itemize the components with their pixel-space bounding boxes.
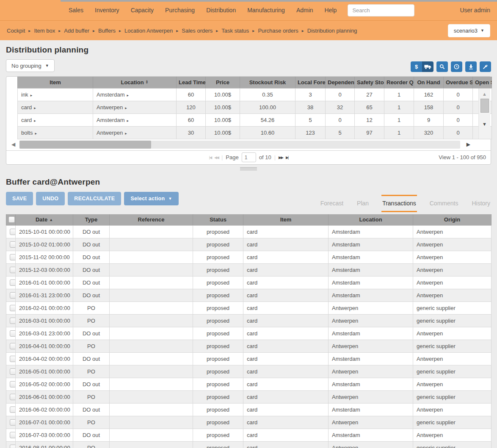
row-checkbox[interactable] [10,445,16,448]
breadcrumb-item[interactable]: Location Antwerpen [124,28,173,34]
row-checkbox[interactable] [10,394,16,400]
currency-toggle-button[interactable]: $ [411,61,422,72]
table-row[interactable]: 2016-05-01 00:00:00POproposedcardAntwerp… [6,365,491,378]
next-page-button[interactable]: ▶▶ [279,155,283,160]
row-checkbox[interactable] [10,432,16,438]
cell-item[interactable]: bolts▸ [18,126,93,139]
units-toggle-button[interactable] [422,61,433,72]
horizontal-scroll-track[interactable] [19,141,460,149]
column-header-origin[interactable]: Origin [413,214,491,226]
drilldown-icon[interactable]: ▸ [34,106,36,110]
tab-forecast[interactable]: Forecast [320,195,344,212]
table-row[interactable]: 2016-04-02 00:00:00DO outproposedcardAms… [6,353,491,365]
column-header-stockout-risk[interactable]: Stockout Risk [240,77,295,88]
column-header-type[interactable]: Type [73,214,110,226]
last-page-button[interactable]: ▶| [286,155,288,160]
table-row[interactable]: 2016-07-01 00:00:00POproposedcardAntwerp… [6,416,491,429]
column-header-date[interactable]: Date▲ [16,214,73,226]
column-header-status[interactable]: Status [193,214,243,226]
drilldown-icon[interactable]: ▸ [35,131,37,136]
nav-item-capacity[interactable]: Capacity [131,7,154,14]
column-header-location[interactable]: Location▲▼ [93,77,177,88]
table-row[interactable]: 2016-07-03 00:00:00DO outproposedcardAms… [6,429,491,442]
column-header-lead-time[interactable]: Lead Time [177,77,206,88]
row-checkbox[interactable] [10,254,16,260]
breadcrumb-item[interactable]: Sales orders [182,28,213,34]
vertical-scroll-thumb[interactable] [480,99,489,113]
grouping-dropdown[interactable]: No grouping ▼ [6,59,55,72]
table-row[interactable]: 2016-01-31 23:00:00DO outproposedcardAms… [6,289,491,302]
column-header-price[interactable]: Price [206,77,240,88]
column-header-local-forecast[interactable]: Local Forecast [295,77,326,88]
row-checkbox[interactable] [10,356,16,362]
undo-button[interactable]: UNDO [36,192,65,205]
breadcrumb-item[interactable]: Cockpit [7,28,25,34]
recalculate-button[interactable]: RECALCULATE [68,192,121,205]
breadcrumb-item[interactable]: Buffers [98,28,116,34]
table-row[interactable]: 2016-04-01 00:00:00POproposedcardAntwerp… [6,340,491,353]
customize-button[interactable] [480,61,491,72]
download-button[interactable] [465,61,477,72]
row-checkbox[interactable] [10,407,16,413]
select-all-checkbox[interactable] [8,216,15,223]
cell-item[interactable]: card▸ [18,101,93,113]
prev-page-button[interactable]: ◀◀ [214,155,218,160]
column-header-reorder-quantity[interactable]: Reorder Quantity [384,77,414,88]
cell-item[interactable]: ink▸ [18,88,93,101]
page-number-input[interactable] [242,152,256,162]
resize-grip[interactable] [240,167,257,170]
table-row[interactable]: 2016-06-01 00:00:00POproposedcardAntwerp… [6,391,491,404]
row-checkbox[interactable] [10,279,16,286]
breadcrumb-item[interactable]: Purchase orders [258,28,298,34]
table-row[interactable]: 2016-08-01 00:00:00POproposedcardAntwerp… [6,442,491,448]
table-row[interactable]: 2016-06-02 00:00:00DO outproposedcardAms… [6,404,491,416]
table-row[interactable]: 2016-03-01 00:00:00POproposedcardAntwerp… [6,315,491,327]
search-input[interactable] [348,4,414,17]
tab-comments[interactable]: Comments [429,195,459,212]
scroll-left-icon[interactable]: ◀ [11,141,15,147]
scroll-right-icon[interactable]: ▶ [467,141,470,147]
column-header-overdue-sales[interactable]: Overdue Sales [444,77,473,88]
cell-location[interactable]: Antwerpen▸ [93,126,177,139]
save-button[interactable]: SAVE [6,192,33,205]
nav-item-help[interactable]: Help [325,7,337,14]
table-row[interactable]: 2016-03-01 23:00:00DO outproposedcardAms… [6,327,491,340]
column-header-safety-stock[interactable]: Safety Stock [355,77,384,88]
table-row[interactable]: 2015-10-02 01:00:00DO outproposedcardAms… [6,238,491,251]
row-checkbox[interactable] [10,267,16,273]
drilldown-icon[interactable]: ▸ [125,131,127,136]
scroll-up-icon[interactable]: ▲ [482,91,487,97]
drilldown-icon[interactable]: ▸ [127,93,129,97]
nav-item-inventory[interactable]: Inventory [95,7,119,14]
column-header-item[interactable]: Item [243,214,329,226]
table-row[interactable]: 2015-12-03 00:00:00DO outproposedcardAms… [6,264,491,277]
vertical-scrollbar[interactable]: ▲ ▼ [478,88,490,139]
row-checkbox[interactable] [10,292,16,299]
drilldown-icon[interactable]: ▸ [125,106,127,110]
column-header-reference[interactable]: Reference [110,214,193,226]
tab-transactions[interactable]: Transactions [381,195,417,212]
nav-item-purchasing[interactable]: Purchasing [165,7,195,14]
horizontal-scroll-thumb[interactable] [19,141,151,149]
table-row[interactable]: 2015-10-01 00:00:00DO outproposedcardAms… [6,226,491,238]
nav-item-sales[interactable]: Sales [69,7,83,14]
breadcrumb-item[interactable]: Task status [221,28,249,34]
breadcrumb-item[interactable]: Add buffer [64,28,89,34]
row-checkbox[interactable] [10,381,16,387]
table-row[interactable]: 2015-11-02 00:00:00DO outproposedcardAms… [6,251,491,264]
table-row[interactable]: 2016-01-01 00:00:00DO outproposedcardAms… [6,277,491,289]
nav-item-admin[interactable]: Admin [296,7,313,14]
breadcrumb-item[interactable]: Item box [34,28,55,34]
nav-item-distribution[interactable]: Distribution [206,7,236,14]
first-page-button[interactable]: |◀ [209,155,211,160]
nav-item-manufacturing[interactable]: Manufacturing [247,7,285,14]
drilldown-icon[interactable]: ▸ [30,93,33,97]
column-header-on-hand[interactable]: On Hand [414,77,444,88]
column-header-dependent-demand[interactable]: Dependent Demand [326,77,355,88]
row-checkbox[interactable] [10,330,16,337]
tab-plan[interactable]: Plan [356,195,370,212]
row-checkbox[interactable] [10,241,16,248]
search-grid-button[interactable] [436,61,448,72]
table-row[interactable]: 2016-05-02 00:00:00DO outproposedcardAms… [6,378,491,391]
breadcrumb-item[interactable]: Distribution planning [307,28,357,34]
